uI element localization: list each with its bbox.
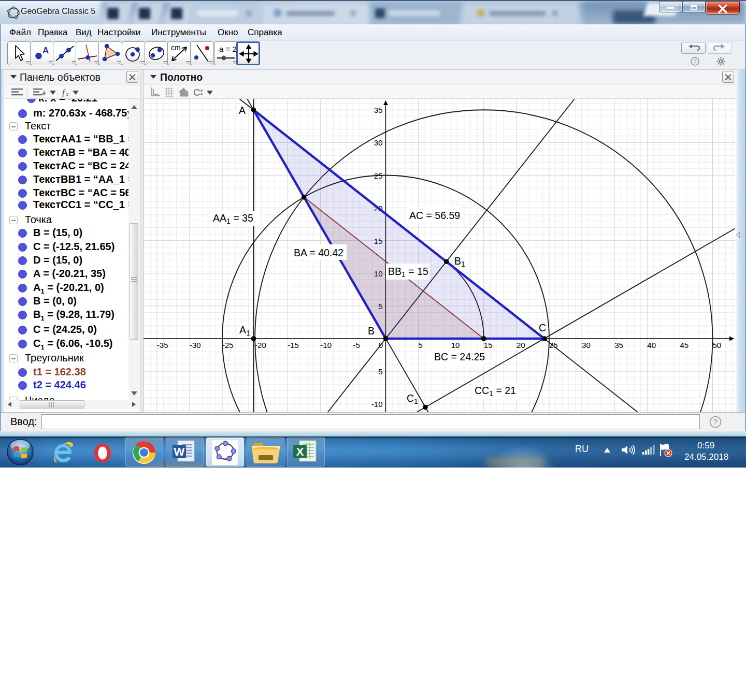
svg-text:5: 5 bbox=[419, 341, 423, 349]
svg-text:10: 10 bbox=[451, 341, 460, 349]
svg-text:AA1 = 35: AA1 = 35 bbox=[213, 212, 253, 225]
svg-text:-35: -35 bbox=[157, 341, 168, 349]
svg-text:50: 50 bbox=[713, 341, 722, 349]
svg-text:-30: -30 bbox=[190, 341, 201, 349]
svg-text:-15: -15 bbox=[288, 341, 299, 349]
svg-text:-25: -25 bbox=[222, 341, 234, 349]
svg-text:45: 45 bbox=[680, 341, 688, 349]
svg-text:x: x bbox=[65, 91, 69, 98]
svg-text:30: 30 bbox=[374, 138, 383, 147]
svg-text:X: X bbox=[296, 445, 304, 458]
svg-text:?: ? bbox=[713, 417, 718, 426]
svg-text:-10: -10 bbox=[320, 341, 332, 349]
svg-text:-10: -10 bbox=[371, 400, 383, 409]
svg-text:0: 0 bbox=[379, 341, 383, 349]
svg-text:35: 35 bbox=[374, 106, 383, 114]
svg-text:35: 35 bbox=[614, 341, 623, 349]
svg-text:C: C bbox=[193, 87, 200, 98]
svg-text:CC1 = 21: CC1 = 21 bbox=[475, 385, 516, 398]
svg-text:25: 25 bbox=[374, 171, 383, 180]
svg-text:W: W bbox=[174, 445, 185, 458]
svg-text:?: ? bbox=[693, 59, 696, 65]
svg-text:-5: -5 bbox=[353, 341, 360, 349]
svg-text:20: 20 bbox=[517, 341, 525, 349]
svg-text:40: 40 bbox=[647, 341, 656, 349]
svg-text:cm: cm bbox=[171, 43, 181, 52]
svg-text:A: A bbox=[42, 46, 49, 55]
svg-text:C: C bbox=[539, 322, 546, 333]
svg-text:-20: -20 bbox=[255, 341, 266, 349]
svg-text:BB1 = 15: BB1 = 15 bbox=[388, 266, 428, 279]
svg-text:AC = 56.59: AC = 56.59 bbox=[409, 210, 460, 221]
svg-text:f: f bbox=[62, 88, 66, 97]
svg-text:B: B bbox=[368, 325, 375, 337]
svg-text:15: 15 bbox=[484, 341, 493, 349]
svg-text:a = 2: a = 2 bbox=[219, 45, 236, 53]
svg-text:BC = 24.25: BC = 24.25 bbox=[434, 351, 485, 362]
svg-text:BA = 40.42: BA = 40.42 bbox=[294, 247, 343, 258]
svg-text:-5: -5 bbox=[376, 367, 382, 376]
svg-text:A: A bbox=[239, 105, 246, 116]
svg-text:25: 25 bbox=[549, 341, 558, 349]
svg-text:30: 30 bbox=[582, 341, 591, 349]
svg-text:B1: B1 bbox=[454, 255, 465, 268]
svg-text:C1: C1 bbox=[407, 392, 418, 405]
